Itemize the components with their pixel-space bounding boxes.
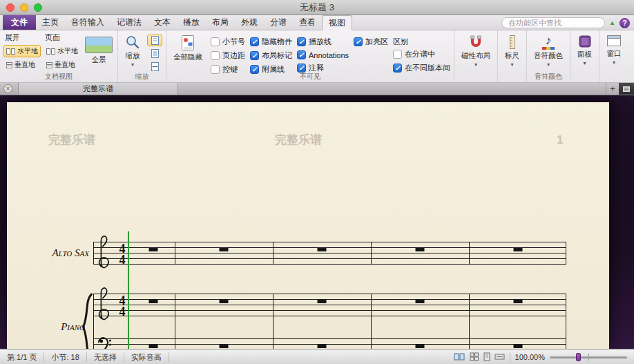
window-icon [606,35,622,48]
check-icon: ✓ [251,39,257,46]
tab-view[interactable]: 视图 [322,15,352,30]
document-tab-bar: × 完整乐谱 + [0,83,634,95]
panorama-icon [85,37,113,53]
ruler-icon [506,35,519,50]
group-magnetic-layout: 磁性布局 ▾ [454,30,498,82]
document-tab-full-score[interactable]: 完整乐谱 [18,83,178,95]
invisibles-column-1: ✓ 小节号 ✓ 页边距 ✓ 控键 [211,32,245,75]
score-canvas: 完整乐谱 完整乐谱 1 4 4 [0,95,634,349]
checkbox-playback-line[interactable]: ✓ 播放线 [297,37,349,47]
minimize-window-button[interactable] [20,3,28,12]
treble-clef-icon [99,236,108,268]
status-selection: 无选择 [87,352,124,362]
tab-notations[interactable]: 记谱法 [111,15,148,30]
group-label-invisibles: 不可见 [166,72,454,82]
tab-note-input[interactable]: 音符输入 [65,15,111,30]
zoom-fit-width-button[interactable] [147,61,162,73]
whole-rests [149,248,523,251]
score-view[interactable]: 完整乐谱 完整乐谱 1 4 4 [0,95,634,349]
spreads-horizontal-label: 水平地 [17,46,38,56]
status-concert-pitch[interactable]: 实际音高 [124,352,169,362]
zoom-fit-page-button[interactable] [147,48,162,59]
checkbox-highlights[interactable]: ✓ 加亮区 [354,37,388,47]
spreads-horizontal-button[interactable]: 水平地 [3,45,41,57]
spreads-vertical-button[interactable]: 垂直地 [3,59,41,71]
checkbox-box: ✓ [297,37,306,46]
differences-column: 区别 ✓ 在分谱中 ✓ 在不同版本间 [393,32,450,73]
checkbox-label: 播放线 [309,37,332,47]
spreads-header: 展开 [3,32,41,44]
pages-vertical-icon [46,62,52,68]
group-invisibles: 全部隐藏 ✓ 小节号 ✓ 页边距 ✓ 控键 [166,30,454,82]
checkbox-box: ✓ [250,51,259,60]
chevron-down-icon: ▾ [474,62,477,67]
window-button[interactable]: 窗口 ▾ [603,32,625,65]
group-label-note-colors: 音符颜色 [527,72,570,82]
color-strip [542,47,555,50]
view-spreads-horizontal-icon[interactable] [454,352,465,361]
pages-horizontal-button[interactable]: 水平地 [44,45,81,57]
bass-clef-icon [99,338,111,349]
traffic-lights [6,3,42,12]
tab-parts[interactable]: 分谱 [264,15,293,30]
rulers-button[interactable]: 标尺 ▾ [501,32,523,67]
hide-all-button[interactable]: 全部隐藏 [170,32,206,62]
tab-file[interactable]: 文件 [3,15,36,30]
page-number: 1 [557,133,563,146]
hide-all-icon [180,35,196,51]
view-spreads-vertical-icon[interactable] [469,352,479,361]
invisibles-column-4: ✓ 加亮区 [354,32,388,47]
zoom-100-button[interactable] [147,35,162,46]
panorama-label: 全景 [92,55,106,65]
checkbox-box: ✓ [354,37,363,46]
zoom-button[interactable]: 缩放 ▾ [122,32,144,67]
checkbox-in-parts[interactable]: ✓ 在分谱中 [393,49,450,59]
group-note-colors: ♪ 音符颜色 ▾ 音符颜色 [527,30,570,82]
close-window-button[interactable] [6,3,15,12]
pages-vertical-button[interactable]: 垂直地 [44,59,81,71]
window-title: 无标题 3 [0,1,634,14]
panels-button[interactable]: 面板 ▾ [574,32,595,66]
view-panorama-icon[interactable] [494,352,505,361]
checkbox-box: ✓ [393,50,402,59]
tab-appearance[interactable]: 外观 [235,15,264,30]
checkbox-hidden-objects[interactable]: ✓ 隐藏物件 [250,37,292,47]
tab-menu-button[interactable] [619,83,634,95]
check-icon: ✓ [298,65,304,72]
hide-all-label: 全部隐藏 [173,52,202,62]
checkbox-annotations[interactable]: ✓ Annotations [297,50,349,59]
fit-page-icon [151,49,160,58]
view-single-page-icon[interactable] [483,352,491,361]
group-rulers: 标尺 ▾ [498,30,527,82]
tab-home[interactable]: 主页 [36,15,65,30]
close-tab-button[interactable]: × [3,84,12,93]
watermark-left: 完整乐谱 [48,133,96,146]
note-colors-label: 音符颜色 [534,51,563,61]
help-button[interactable]: ? [619,18,630,28]
zoom-slider[interactable] [550,352,627,362]
chevron-down-icon: ▾ [511,62,514,67]
spreads-vertical-icon [6,62,12,68]
status-bar-count: 小节: 18 [44,352,86,362]
magnetic-layout-label: 磁性布局 [461,51,490,61]
checkbox-page-margins[interactable]: ✓ 页边距 [211,50,245,61]
note-colors-button[interactable]: ♪ 音符颜色 ▾ [530,32,566,67]
tab-layout[interactable]: 布局 [206,15,235,30]
time-signature-bottom: 4 [119,305,126,318]
zoom-slider-thumb[interactable] [576,353,581,361]
tab-play[interactable]: 播放 [177,15,206,30]
document-tab-label: 完整乐谱 [83,84,113,94]
checkbox-bar-numbers[interactable]: ✓ 小节号 [211,37,245,47]
sibelius-window: 无标题 3 文件 主页 音符输入 记谱法 文本 播放 布局 外观 分谱 查看 视… [0,0,634,364]
panorama-button[interactable]: 全景 [84,32,114,65]
ribbon-collapse-icon[interactable]: ▲ [609,20,615,26]
checkbox-layout-marks[interactable]: ✓ 布局标记 [250,50,292,61]
zoom-window-button[interactable] [34,3,42,12]
ribbon-search-input[interactable] [501,17,605,28]
add-tab-button[interactable]: + [606,83,619,95]
magnetic-layout-button[interactable]: 磁性布局 ▾ [458,32,494,67]
checkbox-label: 页边距 [222,50,245,61]
tab-text[interactable]: 文本 [148,15,177,30]
check-icon: ✓ [251,52,257,59]
tab-review[interactable]: 查看 [293,15,322,30]
